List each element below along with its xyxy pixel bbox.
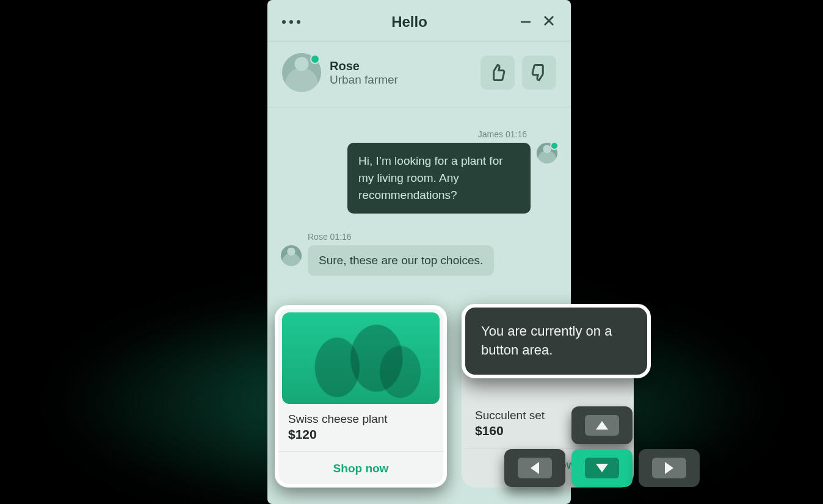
agent-header: Rose Urban farmer bbox=[267, 42, 571, 107]
message-meta: Rose 01:16 bbox=[281, 232, 557, 242]
presence-indicator bbox=[310, 54, 320, 64]
agent-role: Urban farmer bbox=[330, 73, 398, 87]
thumbs-down-button[interactable] bbox=[522, 56, 556, 90]
message-list: James 01:16 Hi, I’m looking for a plant … bbox=[267, 107, 571, 276]
product-title: Swiss cheese plant bbox=[288, 412, 433, 426]
thumbs-up-button[interactable] bbox=[480, 56, 515, 90]
product-card[interactable]: Swiss cheese plant $120 Shop now bbox=[275, 305, 447, 488]
message-meta: James 01:16 bbox=[281, 129, 557, 139]
sender-avatar bbox=[537, 143, 557, 164]
titlebar: Hello bbox=[267, 0, 571, 42]
outgoing-message: Hi, I’m looking for a plant for my livin… bbox=[347, 143, 531, 214]
product-image bbox=[282, 312, 440, 404]
agent-avatar-small bbox=[281, 245, 302, 266]
product-price: $120 bbox=[288, 427, 433, 442]
arrow-right-key[interactable] bbox=[639, 449, 700, 487]
agent-name: Rose bbox=[330, 59, 398, 73]
arrow-down-key[interactable] bbox=[571, 449, 633, 487]
arrow-left-key[interactable] bbox=[504, 449, 565, 487]
window-title: Hello bbox=[391, 13, 427, 31]
more-icon[interactable] bbox=[282, 20, 300, 24]
agent-avatar bbox=[282, 53, 321, 92]
accessibility-tooltip: You are currently on a button area. bbox=[462, 304, 651, 378]
minimize-icon[interactable] bbox=[518, 13, 533, 31]
incoming-message: Sure, these are our top choices. bbox=[308, 245, 494, 276]
close-icon[interactable] bbox=[542, 13, 556, 31]
shop-now-button[interactable]: Shop now bbox=[278, 452, 443, 484]
arrow-up-key[interactable] bbox=[571, 406, 633, 444]
